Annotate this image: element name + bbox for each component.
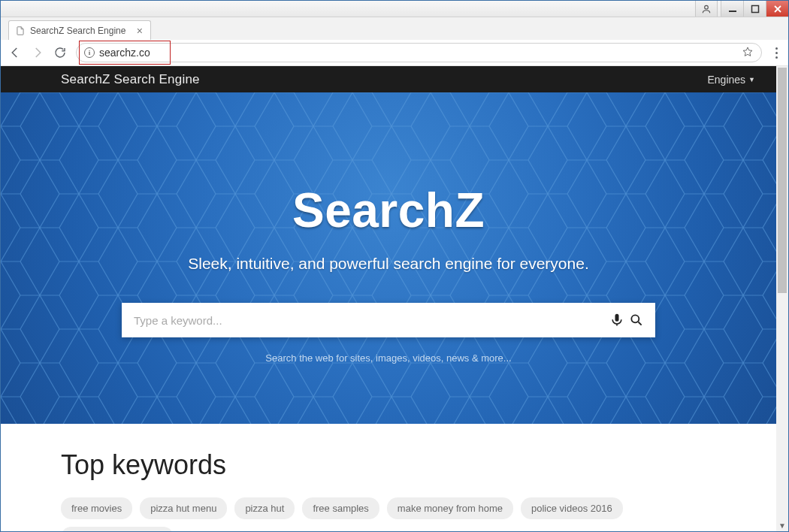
svg-point-0 xyxy=(705,5,709,9)
chevron-down-icon: ▼ xyxy=(748,76,755,83)
keyword-chip[interactable]: free samples xyxy=(302,497,379,519)
search-icon[interactable] xyxy=(627,310,646,330)
scrollbar-thumb[interactable] xyxy=(778,68,787,293)
keyword-chip-list: free movies pizza hut menu pizza hut fre… xyxy=(61,497,716,531)
window-minimize-button[interactable] xyxy=(721,1,743,17)
user-account-button[interactable] xyxy=(695,1,718,17)
vertical-scrollbar[interactable]: ▲ ▼ xyxy=(776,66,788,531)
tab-strip: SearchZ Search Engine × xyxy=(1,17,788,40)
keyword-chip[interactable]: answer parent center xyxy=(61,527,174,531)
keyword-chip[interactable]: police videos 2016 xyxy=(521,497,623,519)
site-header-bar: SearchZ Search Engine Engines ▼ xyxy=(1,66,776,92)
site-brand[interactable]: SearchZ Search Engine xyxy=(61,72,200,87)
scroll-down-icon[interactable]: ▼ xyxy=(776,519,788,531)
keyword-chip[interactable]: pizza hut xyxy=(234,497,295,519)
keyword-chip[interactable]: make money from home xyxy=(387,497,513,519)
keyword-chip[interactable]: free movies xyxy=(61,497,132,519)
svg-point-3 xyxy=(631,315,639,322)
window-maximize-button[interactable] xyxy=(743,1,766,17)
keyword-chip[interactable]: pizza hut menu xyxy=(140,497,227,519)
site-info-icon[interactable]: i xyxy=(84,47,95,58)
url-text: searchz.co xyxy=(99,47,150,59)
hero-section: SearchZ Sleek, intuitive, and powerful s… xyxy=(1,92,776,424)
tab-title: SearchZ Search Engine xyxy=(30,26,125,36)
address-bar: i searchz.co xyxy=(1,40,788,66)
svg-rect-2 xyxy=(751,5,758,12)
svg-rect-1 xyxy=(729,11,736,12)
microphone-icon[interactable] xyxy=(607,310,627,330)
page-favicon-icon xyxy=(15,26,26,36)
window-close-button[interactable] xyxy=(766,1,788,17)
hero-title: SearchZ xyxy=(292,183,485,238)
forward-button[interactable] xyxy=(31,46,44,59)
tab-close-icon[interactable]: × xyxy=(137,26,143,36)
hero-hint-text: Search the web for sites, images, videos… xyxy=(265,352,511,364)
search-box xyxy=(122,303,655,337)
hero-subtitle: Sleek, intuitive, and powerful search en… xyxy=(188,255,588,273)
top-keywords-heading: Top keywords xyxy=(61,449,716,481)
engines-dropdown[interactable]: Engines ▼ xyxy=(707,74,755,86)
page-viewport: ▲ ▼ SearchZ Search Engine Engines ▼ Sear… xyxy=(1,66,788,531)
browser-tab[interactable]: SearchZ Search Engine × xyxy=(8,20,151,40)
engines-label: Engines xyxy=(707,74,745,86)
browser-menu-button[interactable] xyxy=(771,47,782,59)
window-titlebar xyxy=(1,1,788,17)
url-input[interactable]: i searchz.co xyxy=(76,43,762,62)
back-button[interactable] xyxy=(8,46,22,59)
reload-button[interactable] xyxy=(53,46,67,59)
bookmark-star-icon[interactable] xyxy=(742,46,754,60)
top-keywords-section: Top keywords free movies pizza hut menu … xyxy=(1,424,776,531)
search-input[interactable] xyxy=(134,314,607,327)
